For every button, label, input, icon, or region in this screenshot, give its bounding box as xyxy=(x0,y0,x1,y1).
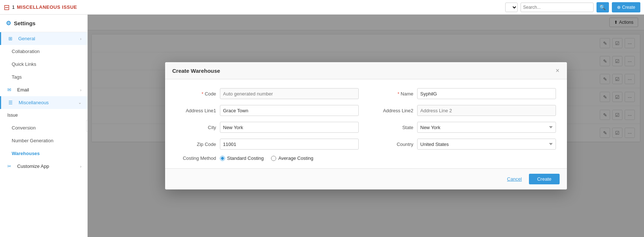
name-input[interactable] xyxy=(417,88,556,99)
sidebar-item-label: Tags xyxy=(12,74,22,80)
modal-header: Create Warehouse × xyxy=(165,62,567,79)
modal-close-button[interactable]: × xyxy=(556,67,560,74)
country-field-row: Country United States xyxy=(373,139,556,150)
modal-body: Code Name Address Line1 xyxy=(165,79,567,168)
sidebar-item-quick-links[interactable]: Quick Links xyxy=(0,58,87,71)
average-costing-option[interactable]: Average Costing xyxy=(271,155,313,161)
general-icon: ⊞ xyxy=(8,36,12,41)
plus-icon: ⊕ xyxy=(617,5,621,10)
standard-costing-radio[interactable] xyxy=(220,156,225,161)
app-title: MISCELLANEOUS ISSUE xyxy=(17,4,77,10)
sidebar-item-collaboration[interactable]: Collaboration xyxy=(0,45,87,58)
average-costing-radio[interactable] xyxy=(271,156,276,161)
app-icon: ⊟ xyxy=(4,3,10,12)
sidebar-item-conversion[interactable]: Conversion xyxy=(0,121,87,134)
sidebar-item-label: Customize App xyxy=(17,163,49,169)
standard-costing-option[interactable]: Standard Costing xyxy=(220,155,264,161)
average-costing-label: Average Costing xyxy=(278,155,313,161)
chevron-right-icon: › xyxy=(80,88,81,92)
sidebar-item-label: Quick Links xyxy=(12,61,36,67)
zipcode-input[interactable] xyxy=(220,139,359,150)
zipcode-field-row: Zip Code xyxy=(176,139,359,150)
sidebar-title: Settings xyxy=(14,20,35,26)
modal-overlay: Create Warehouse × Code Name xyxy=(88,15,644,237)
modal-title: Create Warehouse xyxy=(172,68,220,74)
email-icon: ✉ xyxy=(7,87,11,93)
sidebar-item-misc-issue-label: Issue xyxy=(0,109,87,121)
top-bar-search-input[interactable] xyxy=(521,3,594,12)
code-label: Code xyxy=(176,91,216,97)
city-input[interactable] xyxy=(220,122,359,133)
name-label: Name xyxy=(373,91,414,97)
sidebar-item-general[interactable]: ⊞ General › xyxy=(0,32,87,45)
create-warehouse-modal: Create Warehouse × Code Name xyxy=(165,62,567,189)
top-bar: ⊟ 1 MISCELLANEOUS ISSUE 🔍 ⊕ Create xyxy=(0,0,644,15)
sidebar: ⚙ Settings ⊞ General › Collaboration Qui… xyxy=(0,15,88,237)
code-field-row: Code xyxy=(176,88,359,99)
sidebar-label: Issue xyxy=(7,113,18,118)
address2-label: Address Line2 xyxy=(373,108,414,113)
country-label: Country xyxy=(373,142,414,147)
state-label: State xyxy=(373,125,414,130)
address2-input[interactable] xyxy=(417,105,556,116)
misc-icon: ☰ xyxy=(8,100,13,105)
sidebar-item-number-generation[interactable]: Number Generation xyxy=(0,134,87,147)
sidebar-item-label: Warehouses xyxy=(12,151,40,156)
create-button[interactable]: Create xyxy=(529,174,559,184)
city-field-row: City xyxy=(176,122,359,133)
sidebar-header: ⚙ Settings xyxy=(0,15,87,32)
state-select[interactable]: New York xyxy=(417,122,556,133)
address1-label: Address Line1 xyxy=(176,108,216,113)
modal-footer: Cancel Create xyxy=(165,168,567,189)
state-field-row: State New York xyxy=(373,122,556,133)
standard-costing-label: Standard Costing xyxy=(227,155,264,161)
sidebar-item-tags[interactable]: Tags xyxy=(0,71,87,83)
city-label: City xyxy=(176,125,216,130)
address1-input[interactable] xyxy=(220,105,359,116)
top-create-button[interactable]: ⊕ Create xyxy=(612,2,640,12)
main-layout: ⚙ Settings ⊞ General › Collaboration Qui… xyxy=(0,15,644,237)
top-bar-search-button[interactable]: 🔍 xyxy=(597,2,609,12)
sidebar-item-warehouses[interactable]: Warehouses xyxy=(0,147,87,160)
sidebar-item-label: Email xyxy=(17,87,29,93)
country-select[interactable]: United States xyxy=(417,139,556,150)
content-area: ⬆ Actions ✎ ☑ ··· ✎ ☑ ··· ✎ ☑ ··· ✎ ☑ xyxy=(88,15,644,237)
sidebar-item-label: Miscellaneous xyxy=(19,100,49,105)
sidebar-item-customize-app[interactable]: ✂ Customize App › xyxy=(0,160,87,173)
name-field-row: Name xyxy=(373,88,556,99)
sidebar-item-label: Conversion xyxy=(12,125,36,131)
sidebar-item-label: Number Generation xyxy=(12,138,53,143)
sidebar-item-email[interactable]: ✉ Email › xyxy=(0,83,87,96)
chevron-right-icon: › xyxy=(80,37,81,41)
code-input[interactable] xyxy=(220,88,359,99)
costing-radio-group: Standard Costing Average Costing xyxy=(220,155,313,161)
address2-field-row: Address Line2 xyxy=(373,105,556,116)
sidebar-item-label: Collaboration xyxy=(12,49,40,54)
notification-badge: 1 xyxy=(12,4,15,10)
form-grid: Code Name Address Line1 xyxy=(176,88,556,161)
costing-label: Costing Method xyxy=(176,155,216,161)
zipcode-label: Zip Code xyxy=(176,142,216,147)
customize-icon: ✂ xyxy=(7,163,11,169)
chevron-down-icon: ⌄ xyxy=(78,100,81,105)
address1-field-row: Address Line1 xyxy=(176,105,359,116)
chevron-right-icon: › xyxy=(80,164,81,169)
cancel-button[interactable]: Cancel xyxy=(503,174,525,184)
top-bar-dropdown[interactable] xyxy=(505,3,518,12)
costing-method-row: Costing Method Standard Costing Average … xyxy=(176,155,556,161)
gear-icon: ⚙ xyxy=(6,20,11,27)
sidebar-item-label: General xyxy=(18,36,35,41)
sidebar-item-miscellaneous[interactable]: ☰ Miscellaneous ⌄ xyxy=(0,96,87,109)
